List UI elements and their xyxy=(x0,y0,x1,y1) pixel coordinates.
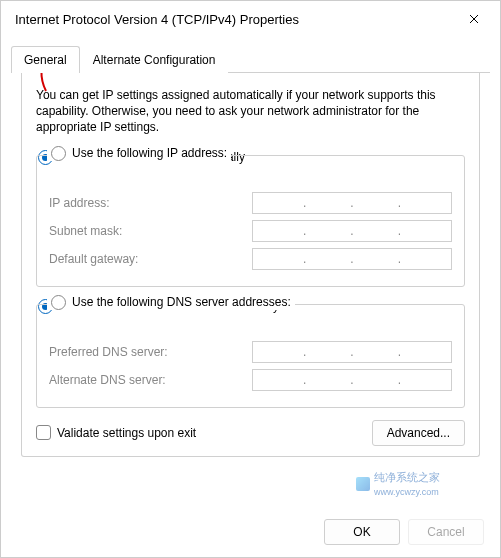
radio-label: Use the following IP address: xyxy=(72,146,227,160)
preferred-dns-label: Preferred DNS server: xyxy=(49,345,168,359)
close-button[interactable] xyxy=(452,4,496,34)
checkbox-label: Validate settings upon exit xyxy=(57,426,196,440)
properties-dialog: Internet Protocol Version 4 (TCP/IPv4) P… xyxy=(0,0,501,558)
alternate-dns-label: Alternate DNS server: xyxy=(49,373,166,387)
ip-address-input[interactable]: ... xyxy=(252,192,452,214)
radio-label: Use the following DNS server addresses: xyxy=(72,295,291,309)
window-title: Internet Protocol Version 4 (TCP/IPv4) P… xyxy=(15,12,299,27)
ip-address-label: IP address: xyxy=(49,196,109,210)
ok-button[interactable]: OK xyxy=(324,519,400,545)
subnet-mask-input[interactable]: ... xyxy=(252,220,452,242)
watermark-text: 纯净系统之家 xyxy=(374,471,440,483)
radio-use-following-dns[interactable]: Use the following DNS server addresses: xyxy=(47,295,295,310)
dns-server-group: Use the following DNS server addresses: … xyxy=(36,304,465,408)
radio-icon xyxy=(51,295,66,310)
close-icon xyxy=(469,14,479,24)
alternate-dns-input[interactable]: ... xyxy=(252,369,452,391)
tab-content: You can get IP settings assigned automat… xyxy=(21,73,480,457)
dialog-footer: OK Cancel xyxy=(324,519,484,545)
radio-icon xyxy=(51,146,66,161)
watermark: 纯净系统之家 www.ycwzy.com xyxy=(356,470,440,497)
tab-general[interactable]: General xyxy=(11,46,80,73)
checkbox-icon xyxy=(36,425,51,440)
tab-alternate-configuration[interactable]: Alternate Configuration xyxy=(80,46,229,73)
default-gateway-input[interactable]: ... xyxy=(252,248,452,270)
radio-use-following-ip[interactable]: Use the following IP address: xyxy=(47,146,231,161)
watermark-icon xyxy=(356,477,370,491)
ip-address-group: Use the following IP address: IP address… xyxy=(36,155,465,287)
watermark-url: www.ycwzy.com xyxy=(374,487,439,497)
description-text: You can get IP settings assigned automat… xyxy=(36,87,465,136)
cancel-button[interactable]: Cancel xyxy=(408,519,484,545)
advanced-button[interactable]: Advanced... xyxy=(372,420,465,446)
default-gateway-label: Default gateway: xyxy=(49,252,138,266)
preferred-dns-input[interactable]: ... xyxy=(252,341,452,363)
checkbox-validate-on-exit[interactable]: Validate settings upon exit xyxy=(36,425,196,440)
title-bar: Internet Protocol Version 4 (TCP/IPv4) P… xyxy=(1,1,500,37)
subnet-mask-label: Subnet mask: xyxy=(49,224,122,238)
tab-strip: General Alternate Configuration You can … xyxy=(11,45,490,457)
